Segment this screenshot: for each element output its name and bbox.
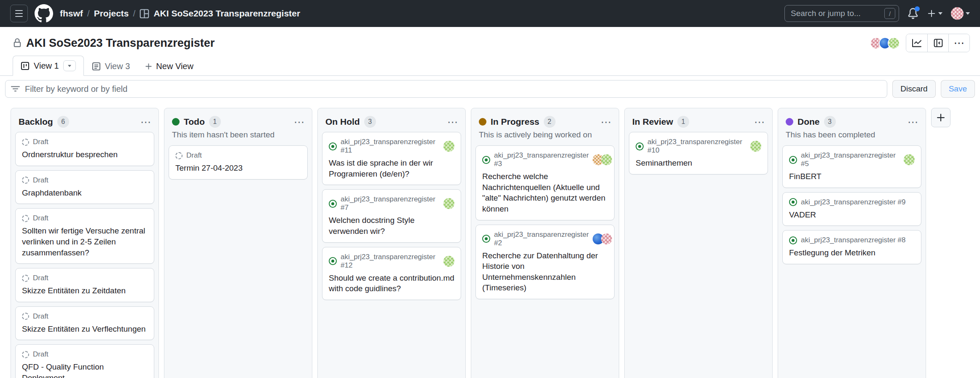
breadcrumb-separator: /: [133, 8, 136, 19]
column-todo: Todo 1 This item hasn't been started Dra…: [164, 108, 312, 378]
card-title[interactable]: Recherche welche Nachrichtenquellen (Akt…: [482, 171, 608, 214]
filter-input[interactable]: [5, 80, 887, 98]
card[interactable]: aki_prj23_transparenzregister #2 Recherc…: [475, 225, 615, 300]
hamburger-menu-icon[interactable]: [10, 5, 28, 22]
new-view-button[interactable]: New View: [138, 57, 200, 75]
card[interactable]: Draft Termin 27-04-2023: [169, 145, 308, 180]
card[interactable]: aki_prj23_transparenzregister #5 FinBERT: [782, 145, 921, 188]
column-header: In Progress 2: [475, 112, 615, 130]
column-menu-ellipsis-icon[interactable]: [140, 117, 151, 127]
card-title[interactable]: Should we create a contribution.md with …: [329, 273, 454, 294]
card-issue-ref[interactable]: aki_prj23_transparenzregister #5: [801, 151, 900, 168]
draft-icon: [22, 313, 29, 320]
board-view-icon: [21, 62, 30, 70]
card-title[interactable]: Festlegung der Metriken: [789, 247, 915, 258]
assignee-avatar[interactable]: [443, 198, 454, 209]
column-menu-ellipsis-icon[interactable]: [754, 117, 765, 127]
card[interactable]: aki_prj23_transparenzregister #12 Should…: [322, 247, 461, 300]
card-title[interactable]: Skizze Entitäten zu Verflechtungen: [22, 324, 148, 335]
assignee-avatar[interactable]: [601, 154, 612, 165]
column-header: Todo 1: [168, 112, 309, 130]
assignee-avatar[interactable]: [443, 141, 454, 152]
card-issue-ref[interactable]: aki_prj23_transparenzregister #11: [341, 138, 440, 155]
card-title[interactable]: Recherche zur Datenhaltung der Historie …: [482, 250, 608, 294]
card-issue-ref[interactable]: aki_prj23_transparenzregister #12: [341, 253, 440, 270]
card[interactable]: Draft Skizze Entitäten zu Zeitdaten: [15, 268, 154, 302]
tab-view-3[interactable]: View 3: [84, 57, 138, 76]
breadcrumb-org[interactable]: fhswf: [60, 8, 83, 19]
create-new-button[interactable]: [927, 9, 942, 18]
card-issue-ref[interactable]: aki_prj23_transparenzregister #9: [801, 198, 906, 206]
collaborator-avatar[interactable]: [888, 37, 900, 49]
app-header: fhswf / Projects / AKI SoSe2023 Transpar…: [0, 0, 980, 27]
card-title[interactable]: Graphdatenbank: [22, 188, 148, 198]
assignee-avatar[interactable]: [904, 154, 915, 165]
card-title[interactable]: Sollten wir fertige Versuche zentral ver…: [22, 225, 148, 258]
card[interactable]: aki_prj23_transparenzregister #9 VADER: [782, 192, 921, 226]
global-search[interactable]: /: [784, 5, 899, 22]
column-status-dot: [786, 118, 793, 126]
card-issue-ref[interactable]: aki_prj23_transparenzregister #2: [494, 231, 589, 247]
column-menu-ellipsis-icon[interactable]: [601, 117, 611, 127]
column-name: On Hold: [325, 117, 360, 127]
chevron-down-icon: [68, 65, 71, 67]
column-description: This is actively being worked on: [475, 130, 615, 144]
github-logo-icon[interactable]: [35, 4, 53, 23]
card-title[interactable]: Skizze Entitäten zu Zeitdaten: [22, 285, 148, 296]
card-draft-label: Draft: [33, 138, 48, 146]
card[interactable]: Draft Graphdatenbank: [15, 170, 154, 204]
card[interactable]: Draft Skizze Entitäten zu Verflechtungen: [15, 306, 154, 340]
collaborator-avatars[interactable]: [870, 37, 900, 49]
discard-button[interactable]: Discard: [892, 80, 935, 98]
tab-view-1[interactable]: View 1: [13, 56, 84, 76]
column-menu-ellipsis-icon[interactable]: [908, 117, 918, 127]
draft-icon: [22, 177, 29, 184]
notifications-bell-icon[interactable]: [908, 8, 918, 19]
card[interactable]: aki_prj23_transparenzregister #7 Welchen…: [322, 189, 461, 242]
insights-chart-icon[interactable]: [906, 34, 927, 52]
open-issue-icon: [789, 198, 797, 206]
user-avatar[interactable]: [951, 7, 964, 20]
card-issue-ref[interactable]: aki_prj23_transparenzregister #10: [647, 138, 746, 155]
card-title[interactable]: QFD - Quality Function Deployment: [22, 362, 148, 378]
card-title[interactable]: Seminarthemen: [636, 158, 761, 169]
card[interactable]: aki_prj23_transparenzregister #11 Was is…: [322, 132, 461, 185]
assignee-avatar[interactable]: [443, 256, 454, 267]
breadcrumb-separator: /: [87, 8, 90, 19]
open-issue-icon: [329, 142, 337, 150]
draft-icon: [22, 215, 29, 222]
card-title[interactable]: Ordnerstruktur besprechen: [22, 149, 148, 160]
card-title[interactable]: VADER: [789, 209, 915, 220]
card-issue-ref[interactable]: aki_prj23_transparenzregister #3: [494, 151, 589, 168]
global-search-input[interactable]: [791, 9, 881, 18]
card[interactable]: aki_prj23_transparenzregister #3 Recherc…: [475, 145, 615, 220]
assignee-avatar[interactable]: [750, 141, 761, 152]
header-right-controls: /: [784, 5, 970, 22]
save-button[interactable]: Save: [941, 80, 975, 98]
card-title[interactable]: Welchen docstring Style verwenden wir?: [329, 215, 454, 236]
column-menu-ellipsis-icon[interactable]: [447, 117, 458, 127]
card-title[interactable]: Termin 27-04-2023: [175, 163, 301, 174]
page-title: AKI SoSe2023 Transparenzregister: [26, 37, 215, 50]
add-column-button[interactable]: [931, 108, 950, 127]
assignee-avatar[interactable]: [601, 233, 612, 244]
column-header: Backlog 6: [14, 112, 155, 130]
filter-input-wrap: [5, 80, 887, 98]
side-panel-icon[interactable]: [927, 34, 948, 52]
card[interactable]: aki_prj23_transparenzregister #10 Semina…: [629, 132, 768, 174]
card-title[interactable]: Was ist die sprache in der wir Programie…: [329, 158, 454, 179]
card[interactable]: Draft Ordnerstruktur besprechen: [15, 132, 154, 166]
breadcrumb-project[interactable]: AKI SoSe2023 Transparenzregister: [153, 8, 300, 19]
card[interactable]: Draft QFD - Quality Function Deployment: [15, 344, 154, 378]
breadcrumb-projects[interactable]: Projects: [94, 8, 129, 19]
view-options-button[interactable]: [63, 60, 76, 71]
card[interactable]: aki_prj23_transparenzregister #8 Festleg…: [782, 230, 921, 264]
open-issue-icon: [329, 257, 337, 265]
project-menu-ellipsis-icon[interactable]: [948, 34, 969, 52]
card-issue-ref[interactable]: aki_prj23_transparenzregister #7: [341, 195, 440, 212]
card[interactable]: Draft Sollten wir fertige Versuche zentr…: [15, 208, 154, 264]
column-menu-ellipsis-icon[interactable]: [294, 117, 304, 127]
card-issue-ref[interactable]: aki_prj23_transparenzregister #8: [801, 236, 906, 244]
user-menu[interactable]: [951, 7, 970, 20]
card-title[interactable]: FinBERT: [789, 171, 915, 182]
